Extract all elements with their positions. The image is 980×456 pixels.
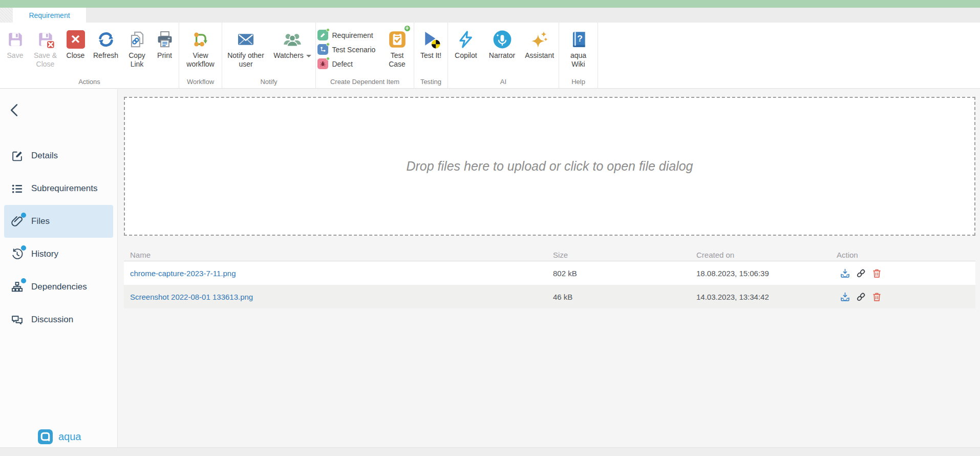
test-it-icon <box>420 28 442 51</box>
group-label-help: Help <box>559 77 598 88</box>
column-header-created: Created on <box>696 251 837 259</box>
sidebar-item-label: History <box>31 249 58 259</box>
watchers-icon <box>282 28 303 51</box>
ribbon-group-actions: Save Save & Close ✕ Close Refresh <box>0 23 179 88</box>
create-test-scenario-button[interactable]: Test Scenario <box>317 44 378 55</box>
create-defect-button[interactable]: Defect <box>317 58 378 69</box>
add-badge-icon: + <box>403 25 411 32</box>
close-button[interactable]: ✕ Close <box>62 28 90 60</box>
sidebar-item-history[interactable]: History <box>0 238 117 271</box>
ribbon-group-workflow: View workflow Workflow <box>179 23 222 88</box>
column-header-name: Name <box>130 251 553 259</box>
sidebar-item-label: Details <box>31 151 58 161</box>
group-label-testing: Testing <box>414 77 448 88</box>
edit-icon <box>10 149 24 162</box>
files-table-header: Name Size Created on Action <box>124 249 975 261</box>
tab-label: Requirement <box>29 11 70 19</box>
svg-text:?: ? <box>577 33 583 44</box>
create-test-case-label: Test Case <box>383 51 412 68</box>
narrator-microphone-icon <box>493 28 512 51</box>
print-button[interactable]: Print <box>152 28 178 60</box>
view-workflow-button[interactable]: View workflow <box>180 28 221 68</box>
refresh-button[interactable]: Refresh <box>90 28 122 60</box>
group-label-workflow: Workflow <box>179 77 222 88</box>
back-button[interactable] <box>8 102 24 118</box>
aqua-logo-icon <box>38 429 53 444</box>
tab-bar: Requirement <box>0 8 980 23</box>
file-created: 18.08.2023, 15:06:39 <box>696 269 837 278</box>
download-icon[interactable] <box>840 268 850 279</box>
files-panel: Drop files here to upload or click to op… <box>118 89 980 447</box>
sidebar-item-subrequirements[interactable]: Subrequirements <box>0 172 117 205</box>
notify-other-user-button[interactable]: Notify other user <box>222 28 269 68</box>
column-header-action: Action <box>837 251 975 259</box>
save-label: Save <box>7 51 24 60</box>
save-and-close-icon <box>36 28 55 51</box>
new-badge <box>326 57 330 60</box>
file-size: 802 kB <box>553 269 696 278</box>
save-and-close-label: Save & Close <box>30 51 61 68</box>
list-icon <box>10 182 24 195</box>
print-icon <box>155 28 175 51</box>
save-button[interactable]: Save <box>2 28 29 60</box>
aqua-brand[interactable]: aqua <box>38 429 81 444</box>
create-test-case-button[interactable]: + Test Case <box>382 28 413 68</box>
aqua-wiki-label: aqua Wiki <box>563 51 594 68</box>
group-label-create-dependent-item: Create Dependent Item <box>316 77 414 88</box>
workflow-icon <box>190 28 211 51</box>
trash-icon[interactable] <box>871 268 882 279</box>
narrator-label: Narrator <box>489 51 515 60</box>
notification-dot <box>21 278 26 283</box>
ribbon-group-ai: Copilot Narrator Assistant AI <box>448 23 559 88</box>
column-header-size: Size <box>553 251 696 259</box>
chevron-down-icon <box>306 55 311 57</box>
new-badge <box>326 28 330 32</box>
narrator-button[interactable]: Narrator <box>484 28 521 60</box>
history-clock-icon <box>10 247 24 261</box>
create-requirement-button[interactable]: Requirement <box>317 30 378 40</box>
notification-dot <box>21 245 26 251</box>
sidebar-item-label: Subrequirements <box>31 183 97 194</box>
view-workflow-label: View workflow <box>181 51 220 68</box>
defect-bug-icon <box>317 58 328 69</box>
close-icon: ✕ <box>67 28 85 51</box>
notification-dot <box>21 213 26 218</box>
chevron-left-icon <box>8 103 19 117</box>
print-label: Print <box>157 51 172 60</box>
watchers-dropdown[interactable]: Watchers <box>269 28 315 60</box>
test-it-button[interactable]: Test It! <box>416 28 446 60</box>
link-icon[interactable] <box>856 268 866 279</box>
ribbon-group-help: ? aqua Wiki Help <box>559 23 598 88</box>
new-badge <box>326 43 330 46</box>
file-size: 46 kB <box>553 293 696 301</box>
file-dropzone[interactable]: Drop files here to upload or click to op… <box>124 97 975 236</box>
aqua-wiki-button[interactable]: ? aqua Wiki <box>562 28 595 68</box>
sidebar-item-discussion[interactable]: Discussion <box>0 303 117 336</box>
test-it-label: Test It! <box>420 51 441 60</box>
sidebar-item-details[interactable]: Details <box>0 139 117 172</box>
create-defect-label: Defect <box>332 60 353 68</box>
sidebar-item-label: Files <box>31 216 50 226</box>
tab-requirement[interactable]: Requirement <box>13 8 86 23</box>
test-case-icon: + <box>387 28 408 51</box>
file-link[interactable]: chrome-capture-2023-7-11.png <box>130 269 236 278</box>
sidebar-item-files[interactable]: Files <box>4 205 113 238</box>
copilot-lightning-icon <box>456 28 476 51</box>
save-and-close-button[interactable]: Save & Close <box>29 28 62 68</box>
create-requirement-label: Requirement <box>332 31 373 39</box>
file-link[interactable]: Screenshot 2022-08-01 133613.png <box>130 293 253 301</box>
copilot-button[interactable]: Copilot <box>448 28 484 60</box>
download-icon[interactable] <box>840 292 850 302</box>
sidebar: Details Subrequirements Files <box>0 89 118 447</box>
test-scenario-icon <box>317 44 328 55</box>
watchers-label: Watchers <box>273 51 311 60</box>
envelope-icon <box>236 28 256 51</box>
table-row: chrome-capture-2023-7-11.png 802 kB 18.0… <box>124 261 975 285</box>
copy-link-button[interactable]: Copy Link <box>122 28 152 68</box>
refresh-label: Refresh <box>93 51 118 60</box>
assistant-button[interactable]: Assistant <box>520 28 559 60</box>
trash-icon[interactable] <box>871 292 882 302</box>
sidebar-item-dependencies[interactable]: Dependencies <box>0 271 117 303</box>
link-icon[interactable] <box>856 292 866 302</box>
copilot-label: Copilot <box>455 51 477 60</box>
